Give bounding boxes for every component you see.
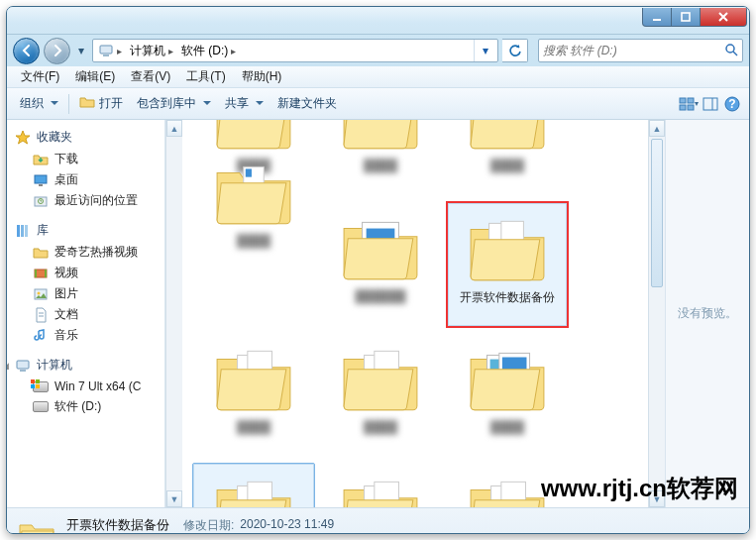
organize-button[interactable]: 组织 bbox=[13, 92, 65, 115]
folder-icon bbox=[340, 343, 421, 412]
scroll-track[interactable] bbox=[649, 137, 665, 490]
preview-pane-button[interactable] bbox=[700, 93, 721, 115]
item-label: 下载 bbox=[54, 151, 78, 167]
svg-rect-1 bbox=[682, 13, 690, 21]
folder-icon bbox=[213, 343, 294, 412]
content-scrollbar[interactable]: ▲ ▼ bbox=[648, 120, 665, 507]
file-list[interactable]: ████ ████ ████ ████ ██████ 开票软件数据备份 ████… bbox=[182, 120, 648, 507]
minimize-button[interactable] bbox=[642, 8, 672, 27]
menu-edit[interactable]: 编辑(E) bbox=[69, 67, 121, 86]
folder-item[interactable]: ████ bbox=[446, 332, 569, 459]
sidebar-item-software[interactable]: 软件 (D:) bbox=[7, 396, 164, 417]
computer-header[interactable]: ◢ 计算机 bbox=[7, 356, 164, 377]
close-button[interactable] bbox=[700, 8, 747, 27]
breadcrumb-drive[interactable]: 软件 (D:) ▸ bbox=[178, 40, 239, 61]
svg-rect-2 bbox=[100, 46, 112, 54]
svg-rect-15 bbox=[39, 184, 43, 186]
scroll-up-button[interactable]: ▲ bbox=[166, 120, 182, 137]
breadcrumb-computer[interactable]: 计算机 ▸ bbox=[127, 40, 176, 61]
computer-icon bbox=[98, 43, 114, 58]
preview-pane: 没有预览。 bbox=[665, 120, 749, 507]
sidebar-item-iqiyi[interactable]: 爱奇艺热播视频 bbox=[7, 242, 164, 263]
libraries-header[interactable]: 库 bbox=[7, 221, 164, 242]
details-modified-label: 修改日期: bbox=[183, 517, 234, 534]
search-input[interactable] bbox=[543, 44, 724, 57]
svg-rect-33 bbox=[36, 384, 40, 388]
svg-rect-30 bbox=[31, 379, 35, 383]
svg-rect-32 bbox=[31, 384, 35, 388]
item-label: Win 7 Ult x64 (C bbox=[54, 379, 141, 393]
chevron-right-icon: ▸ bbox=[168, 46, 173, 56]
folder-icon bbox=[340, 120, 421, 151]
include-library-button[interactable]: 包含到库中 bbox=[130, 92, 218, 115]
nav-history-dropdown[interactable]: ▾ bbox=[74, 41, 88, 60]
address-bar[interactable]: ▸ 计算机 ▸ 软件 (D:) ▸ ▾ bbox=[92, 39, 498, 62]
folder-item[interactable]: ████ bbox=[319, 120, 442, 197]
svg-rect-6 bbox=[680, 98, 686, 103]
toolbar-label: 共享 bbox=[225, 95, 249, 112]
watermark: www.rjtj.cn软荐网 bbox=[541, 473, 738, 504]
svg-text:?: ? bbox=[728, 97, 735, 111]
help-button[interactable]: ? bbox=[721, 93, 743, 115]
folder-item[interactable]: ████ bbox=[319, 332, 442, 459]
sidebar-item-documents[interactable]: 文档 bbox=[7, 304, 164, 325]
folder-item[interactable]: ██████ bbox=[319, 463, 442, 507]
menu-help[interactable]: 帮助(H) bbox=[236, 67, 288, 86]
picture-icon bbox=[33, 286, 49, 302]
open-button[interactable]: 打开 bbox=[72, 91, 130, 116]
folder-icon bbox=[213, 474, 294, 507]
folder-item[interactable]: ████ bbox=[192, 146, 315, 272]
content-area: ████ ████ ████ ████ ██████ 开票软件数据备份 ████… bbox=[182, 120, 749, 507]
group-label: 计算机 bbox=[37, 357, 72, 374]
libraries-group: 库 爱奇艺热播视频 视频 图片 文档 音乐 bbox=[7, 221, 164, 346]
svg-rect-31 bbox=[36, 379, 40, 383]
scroll-track[interactable] bbox=[166, 137, 182, 490]
scroll-thumb[interactable] bbox=[651, 139, 663, 287]
drive-icon bbox=[33, 378, 49, 394]
titlebar[interactable] bbox=[7, 7, 749, 35]
chevron-right-icon: ▸ bbox=[231, 46, 236, 56]
item-label: 文档 bbox=[54, 306, 78, 323]
sidebar-scrollbar[interactable]: ▲ ▼ bbox=[165, 120, 182, 507]
favorites-header[interactable]: 收藏夹 bbox=[7, 128, 164, 149]
folder-icon bbox=[213, 157, 294, 226]
breadcrumb-root[interactable]: ▸ bbox=[95, 40, 125, 61]
item-label: 音乐 bbox=[54, 327, 78, 344]
menu-view[interactable]: 查看(V) bbox=[125, 67, 176, 86]
back-button[interactable] bbox=[13, 38, 40, 64]
address-dropdown[interactable]: ▾ bbox=[474, 40, 495, 61]
folder-thumb-icon bbox=[467, 343, 548, 412]
new-folder-button[interactable]: 新建文件夹 bbox=[270, 92, 344, 115]
refresh-button[interactable] bbox=[502, 39, 528, 62]
sidebar-item-videos[interactable]: 视频 bbox=[7, 263, 164, 283]
folder-item[interactable]: ██████ bbox=[319, 201, 442, 328]
sidebar-item-pictures[interactable]: 图片 bbox=[7, 283, 164, 304]
folder-icon bbox=[340, 474, 421, 507]
maximize-button[interactable] bbox=[671, 8, 701, 27]
svg-rect-0 bbox=[653, 19, 661, 21]
view-options-button[interactable]: ▾ bbox=[678, 93, 700, 115]
item-label: 软件 (D:) bbox=[54, 398, 101, 415]
sidebar-item-downloads[interactable]: 下载 bbox=[7, 149, 164, 169]
folder-icon bbox=[467, 120, 548, 151]
menu-file[interactable]: 文件(F) bbox=[15, 67, 65, 86]
menubar: 文件(F) 编辑(E) 查看(V) 工具(T) 帮助(H) bbox=[7, 66, 749, 88]
scroll-up-button[interactable]: ▲ bbox=[649, 120, 665, 137]
svg-rect-28 bbox=[17, 361, 29, 369]
scroll-down-button[interactable]: ▼ bbox=[166, 490, 182, 507]
folder-item[interactable]: ████ bbox=[192, 332, 315, 459]
sidebar-item-music[interactable]: 音乐 bbox=[7, 325, 164, 346]
collapse-icon[interactable]: ◢ bbox=[7, 361, 9, 371]
forward-button[interactable] bbox=[44, 38, 70, 64]
folder-item-selected[interactable]: 开票软件数据备份 bbox=[446, 201, 569, 328]
search-box[interactable] bbox=[538, 39, 743, 62]
sidebar-item-win7[interactable]: Win 7 Ult x64 (C bbox=[7, 377, 164, 396]
folder-item[interactable]: ████ bbox=[446, 120, 569, 197]
share-button[interactable]: 共享 bbox=[218, 92, 270, 115]
sidebar-item-recent[interactable]: 最近访问的位置 bbox=[7, 190, 164, 211]
folder-item[interactable]: ██████ bbox=[192, 463, 315, 507]
menu-tools[interactable]: 工具(T) bbox=[180, 67, 231, 86]
toolbar-label: 打开 bbox=[99, 95, 123, 112]
sidebar-item-desktop[interactable]: 桌面 bbox=[7, 169, 164, 190]
toolbar-label: 包含到库中 bbox=[137, 95, 196, 112]
